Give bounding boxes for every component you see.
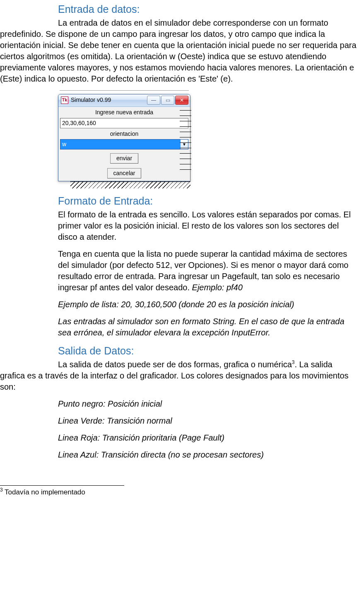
maximize-icon: ▭ <box>166 97 170 104</box>
entry-input[interactable]: 20,30,60,160 <box>60 118 188 128</box>
label-orientation: orientacion <box>59 128 189 140</box>
example-pf: Ejemplo: pf40 <box>192 283 243 292</box>
list-item: Punto negro: Posición inicial <box>58 398 357 410</box>
titlebar: Tk Simulator v0.99 — ▭ ✕ <box>58 94 190 107</box>
para-formato-3: Ejemplo de lista: 20, 30,160,500 (donde … <box>58 299 357 310</box>
text: La salida de datos puede ser de dos form… <box>58 360 292 369</box>
close-icon: ✕ <box>180 97 184 104</box>
heading-entrada: Entrada de datos: <box>58 2 364 17</box>
heading-formato: Formato de Entrada: <box>58 194 364 208</box>
label-new-entry: Ingrese nueva entrada <box>59 107 189 118</box>
list-item: Linea Azul: Transición directa (no se pr… <box>58 449 357 460</box>
orientation-combobox[interactable]: w ▼ <box>60 139 188 149</box>
chevron-down-icon[interactable]: ▼ <box>180 140 188 149</box>
maximize-button[interactable]: ▭ <box>161 96 174 105</box>
orientation-value: w <box>60 140 180 149</box>
para-formato-2: Tenga en cuenta que la lista no puede su… <box>58 248 357 293</box>
window-title: Simulator v0.99 <box>71 96 145 104</box>
footnote-3: 3 Todavía no implementado <box>0 487 364 497</box>
close-button[interactable]: ✕ <box>175 96 188 105</box>
footnote-text: Todavía no implementado <box>3 488 85 496</box>
minimize-icon: — <box>151 97 156 104</box>
send-button[interactable]: enviar <box>110 153 138 164</box>
heading-salida: Salida de Datos: <box>58 344 364 358</box>
tk-icon: Tk <box>61 96 68 104</box>
para-formato-1: El formato de la entrada es sencillo. Lo… <box>58 209 357 243</box>
minimize-button[interactable]: — <box>147 96 160 105</box>
simulator-window: Tk Simulator v0.99 — ▭ ✕ Ingrese nueva e… <box>58 94 190 181</box>
list-item: Linea Roja: Transición prioritaria (Page… <box>58 432 357 443</box>
footnote-num: 3 <box>0 487 3 493</box>
cancel-button[interactable]: cancelar <box>107 168 142 178</box>
para-entrada: La entrada de datos en el simulador debe… <box>0 17 357 84</box>
simulator-screenshot: Tk Simulator v0.99 — ▭ ✕ Ingrese nueva e… <box>58 90 190 188</box>
para-salida-1: La salida de datos puede ser de dos form… <box>0 359 357 393</box>
list-item: Linea Verde: Transición normal <box>58 415 357 427</box>
para-formato-4: Las entradas al simulador son en formato… <box>58 316 357 338</box>
footnote-separator <box>0 485 124 486</box>
